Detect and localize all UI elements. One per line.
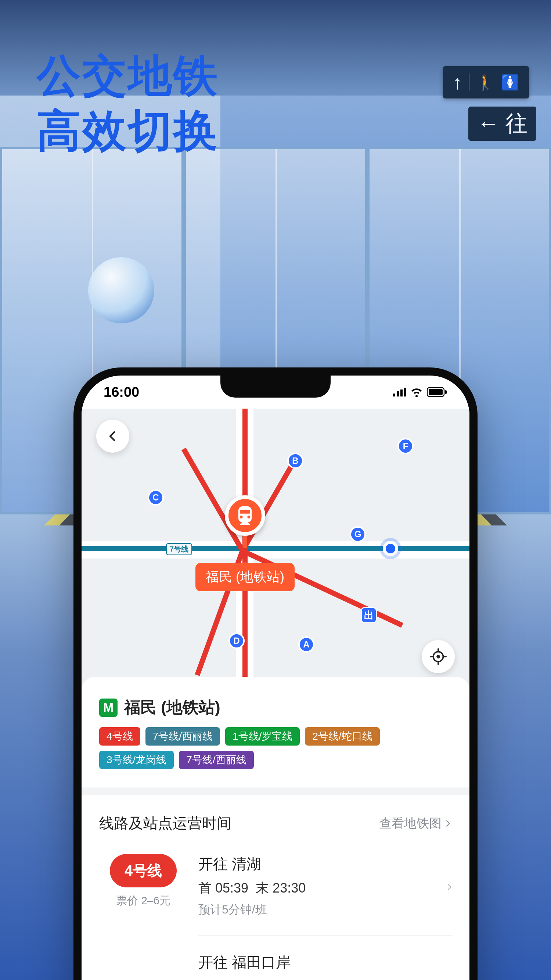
status-time: 16:00 [103, 384, 139, 400]
destination-label: 开往 清湖 [198, 854, 443, 874]
wifi-icon [411, 387, 422, 398]
line-badge[interactable]: 2号线/蛇口线 [305, 727, 380, 746]
chevron-left-icon [106, 430, 119, 442]
headline-line1: 公交地铁 [37, 48, 219, 103]
line-pill: 4号线 [110, 854, 177, 888]
cellular-icon [393, 387, 406, 398]
exit-g[interactable]: G [350, 526, 366, 542]
back-button[interactable] [96, 420, 129, 453]
svg-rect-0 [393, 393, 395, 396]
fare-text: 票价 2–6元 [116, 893, 170, 908]
line-badge[interactable]: 1号线/罗宝线 [225, 727, 300, 746]
station-label-chip[interactable]: 福民 (地铁站) [195, 563, 295, 591]
phone-mockup: 16:00 7号线 C B F G D A 出 福民 (地铁站) [73, 368, 478, 980]
destination-label: 开往 福田口岸 [198, 953, 443, 973]
chevron-right-icon: › [443, 878, 452, 894]
schedule-times: 首 05:39 末 23:30 [198, 978, 443, 980]
svg-point-8 [437, 655, 440, 659]
line-badge[interactable]: 7号线/西丽线 [146, 727, 220, 746]
notch [221, 375, 330, 398]
headline-line2: 高效切换 [37, 103, 219, 158]
line-badge[interactable]: 7号线/西丽线 [179, 751, 254, 769]
svg-rect-3 [404, 388, 406, 396]
exit-a[interactable]: A [298, 636, 314, 652]
metro-pin-icon [233, 504, 256, 527]
chevron-right-icon [444, 819, 452, 827]
frequency-text: 预计5分钟/班 [198, 902, 443, 918]
line-badges: 4号线7号线/西丽线1号线/罗宝线2号线/蛇口线3号线/龙岗线7号线/西丽线 [99, 727, 452, 769]
schedule-row[interactable]: 开往 福田口岸 首 05:39 末 23:30 预计5分钟/班 › [99, 935, 452, 980]
direction-sign: ← 往 [468, 107, 536, 141]
bottom-sheet: M 福民 (地铁站) 4号线7号线/西丽线1号线/罗宝线2号线/蛇口线3号线/龙… [81, 677, 470, 980]
svg-rect-5 [429, 389, 443, 395]
section-title: 线路及站点运营时间 [99, 813, 232, 834]
ceiling-sign: ↑ 🚶🚺 [443, 66, 529, 99]
locate-icon [430, 648, 447, 665]
section-link-label: 查看地铁图 [379, 815, 441, 832]
locate-button[interactable] [422, 640, 455, 673]
sheet-station-name: 福民 (地铁站) [124, 697, 221, 718]
svg-rect-6 [445, 390, 447, 394]
map-view[interactable]: 7号线 C B F G D A 出 福民 (地铁站) [81, 409, 470, 688]
exit-f[interactable]: F [397, 438, 414, 454]
svg-rect-1 [397, 391, 399, 396]
chevron-right-icon: › [443, 976, 452, 980]
metro-logo-icon: M [99, 698, 118, 717]
schedule-times: 首 05:39 末 23:30 [198, 879, 443, 897]
exit-chu[interactable]: 出 [361, 607, 377, 623]
station-pin[interactable] [225, 495, 265, 548]
status-bar: 16:00 [81, 375, 470, 409]
marketing-headline: 公交地铁 高效切换 [37, 48, 219, 158]
exit-c[interactable]: C [148, 490, 164, 506]
line-badge[interactable]: 4号线 [99, 727, 140, 746]
exit-b[interactable]: B [287, 453, 303, 469]
schedule-row[interactable]: 4号线 票价 2–6元 开往 清湖 首 05:39 末 23:30 预计5分钟/… [99, 837, 452, 935]
svg-rect-2 [400, 390, 403, 396]
line-badge[interactable]: 3号线/龙岗线 [99, 751, 174, 769]
battery-icon [427, 387, 448, 398]
status-icons [393, 387, 448, 398]
view-subway-map-link[interactable]: 查看地铁图 [379, 815, 452, 832]
section-divider [81, 788, 470, 795]
line-7-tag: 7号线 [166, 543, 192, 555]
current-location-dot [383, 541, 398, 556]
exit-d[interactable]: D [229, 633, 245, 649]
